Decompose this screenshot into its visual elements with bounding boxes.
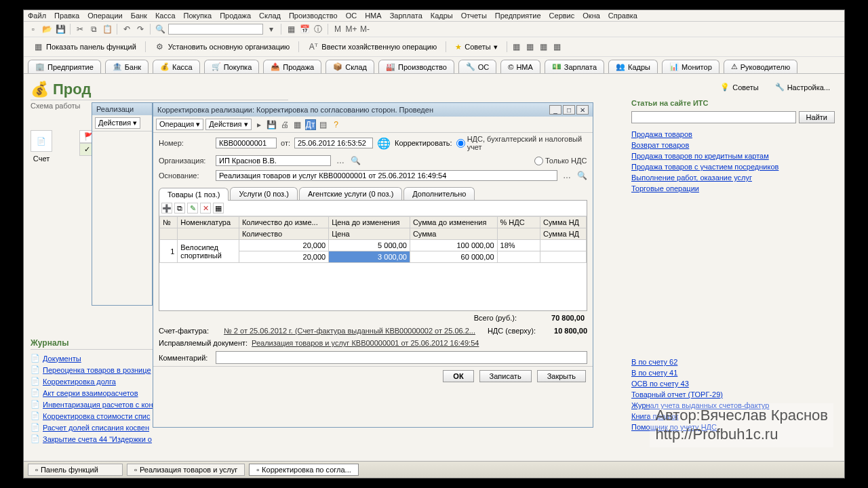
menu-item[interactable]: Производство <box>289 12 338 20</box>
menu-item[interactable]: Окна <box>583 12 600 20</box>
search-input[interactable] <box>168 24 263 35</box>
base-input[interactable] <box>216 170 557 181</box>
save-button[interactable]: Записать <box>479 370 532 382</box>
info-icon[interactable]: ⓘ <box>313 24 323 35</box>
col-header[interactable]: Цена до изменения <box>329 217 410 228</box>
struct-icon[interactable]: ▦ <box>292 119 303 130</box>
set-org-button[interactable]: ⚙Установить основную организацию <box>150 39 295 54</box>
qty-after[interactable]: 20,000 <box>239 251 328 263</box>
report-link[interactable]: Товарный отчет (ТОРГ-29) <box>631 390 835 399</box>
menu-item[interactable]: Касса <box>155 12 176 20</box>
its-search-button[interactable]: Найти <box>799 111 835 123</box>
report-link[interactable]: В по счету 62 <box>631 358 835 366</box>
menu-item[interactable]: Зарплата <box>390 12 422 20</box>
menu-item[interactable]: ОС <box>346 12 357 20</box>
post-icon[interactable]: ▸ <box>254 119 264 130</box>
help-icon[interactable]: ? <box>331 119 342 130</box>
del-row-icon[interactable]: ✕ <box>200 203 211 214</box>
settings-link[interactable]: 🔧Настройка... <box>770 81 835 94</box>
row-num[interactable]: 1 <box>160 240 178 263</box>
menu-item[interactable]: Банк <box>131 12 147 20</box>
row-name[interactable]: Велосипед спортивный <box>178 240 239 263</box>
qty-before[interactable]: 20,000 <box>239 240 328 251</box>
operation-dropdown[interactable]: Операция ▾ <box>156 119 203 130</box>
price-before[interactable]: 5 000,00 <box>329 240 410 251</box>
open-icon[interactable]: 📂 <box>41 24 52 35</box>
its-link[interactable]: Продажа товаров по кредитным картам <box>631 152 835 160</box>
comment-input[interactable] <box>216 351 587 364</box>
col-subheader[interactable]: Сумма НД <box>540 228 587 240</box>
menu-item[interactable]: Операции <box>87 12 122 20</box>
col-header[interactable]: № <box>160 217 178 228</box>
select2-icon[interactable]: … <box>561 170 572 181</box>
org-input[interactable] <box>216 155 331 166</box>
new-doc-icon[interactable]: ▫ <box>28 24 39 35</box>
tips-button[interactable]: ★Советы ▾ <box>450 41 502 54</box>
save-icon[interactable]: 💾 <box>55 24 66 35</box>
task-button[interactable]: ▫Реализация товаров и услуг <box>127 464 245 476</box>
its-search-input[interactable] <box>631 111 796 123</box>
tips-link[interactable]: 💡Советы <box>715 81 763 94</box>
globe-icon[interactable]: 🌐 <box>377 137 391 150</box>
m-minus-icon[interactable]: M- <box>359 24 370 35</box>
journal-item[interactable]: 📄Закрытие счета 44 "Издержки о <box>31 433 288 445</box>
add-row-icon[interactable]: ➕ <box>161 203 172 214</box>
doc-tab[interactable]: Товары (1 поз.) <box>159 188 229 201</box>
lookup-icon[interactable]: 🔍 <box>350 155 361 166</box>
panel-tab[interactable]: 🛒Покупка <box>204 60 260 73</box>
date-input[interactable] <box>294 138 373 148</box>
minimize-icon[interactable]: _ <box>549 105 561 115</box>
actions2-dropdown[interactable]: Действия ▾ <box>205 119 251 130</box>
col-subheader[interactable] <box>497 228 540 240</box>
panel-tab[interactable]: 💵Зарплата <box>545 60 604 73</box>
cut-icon[interactable]: ✂ <box>75 24 85 35</box>
sum-after[interactable]: 60 000,00 <box>410 251 497 263</box>
menu-item[interactable]: Покупка <box>184 12 212 20</box>
its-link[interactable]: Возврат товаров <box>631 141 835 149</box>
menu-item[interactable]: Склад <box>259 12 281 20</box>
task-button[interactable]: ▫Панель функций <box>28 464 123 476</box>
close-icon[interactable]: ✕ <box>576 105 589 115</box>
nds-pct[interactable]: 18% <box>497 240 540 251</box>
its-link[interactable]: Выполнение работ, оказание услуг <box>631 174 835 182</box>
num-input[interactable] <box>216 138 277 148</box>
list-icon[interactable]: ▤ <box>318 119 329 130</box>
actions-dropdown[interactable]: Действия ▾ <box>95 117 140 129</box>
col-header[interactable]: Номенклатура <box>178 217 239 228</box>
col-header[interactable]: Количество до изме... <box>239 217 328 228</box>
panel-tab[interactable]: 🏦Банк <box>105 60 149 73</box>
its-link[interactable]: Продажа товаров <box>631 130 835 138</box>
menu-item[interactable]: Отчеты <box>461 12 487 20</box>
panel-tab[interactable]: ©НМА <box>500 60 540 73</box>
sum-before[interactable]: 100 000,00 <box>410 240 497 251</box>
redo-icon[interactable]: ↷ <box>135 24 146 35</box>
menu-item[interactable]: Файл <box>28 12 46 20</box>
report-link[interactable]: В по счету 41 <box>631 369 835 377</box>
paste-icon[interactable]: 📋 <box>102 24 113 35</box>
search-icon[interactable]: 🔍 <box>155 24 165 35</box>
maximize-icon[interactable]: □ <box>563 105 575 115</box>
doc-tab[interactable]: Услуги (0 поз.) <box>230 187 297 200</box>
show-panel-button[interactable]: ▦Показать панель функций <box>28 39 141 54</box>
menu-item[interactable]: Предприятие <box>495 12 541 20</box>
doc-tab[interactable]: Агентские услуги (0 поз.) <box>299 187 402 200</box>
price-after[interactable]: 3 000,00 <box>329 251 410 263</box>
col-subheader[interactable] <box>178 228 239 240</box>
menu-item[interactable]: Правка <box>54 12 79 20</box>
col-subheader[interactable]: Цена <box>329 228 410 240</box>
its-link[interactable]: Торговые операции <box>631 184 835 192</box>
dropdown-icon[interactable]: ▾ <box>266 24 277 35</box>
panel-tab[interactable]: 👥Кадры <box>608 60 658 73</box>
menu-item[interactable]: Справка <box>608 12 637 20</box>
copy-icon[interactable]: ⧉ <box>88 24 99 35</box>
lookup2-icon[interactable]: 🔍 <box>576 170 587 181</box>
correction-titlebar[interactable]: Корректировка реализации: Корректировка … <box>153 103 593 117</box>
its-link[interactable]: Продажа товаров с участием посредников <box>631 163 835 171</box>
panel-tab[interactable]: 🔧ОС <box>458 60 497 73</box>
panel-tab[interactable]: 📊Монитор <box>662 60 719 73</box>
fix-link[interactable]: Реализация товаров и услуг КВВ00000001 о… <box>252 339 479 347</box>
ok-button[interactable]: ОК <box>443 370 473 382</box>
report2-icon[interactable]: ▦ <box>525 41 536 52</box>
col-header[interactable]: Сумма НД <box>540 217 587 228</box>
menu-item[interactable]: Кадры <box>431 12 453 20</box>
